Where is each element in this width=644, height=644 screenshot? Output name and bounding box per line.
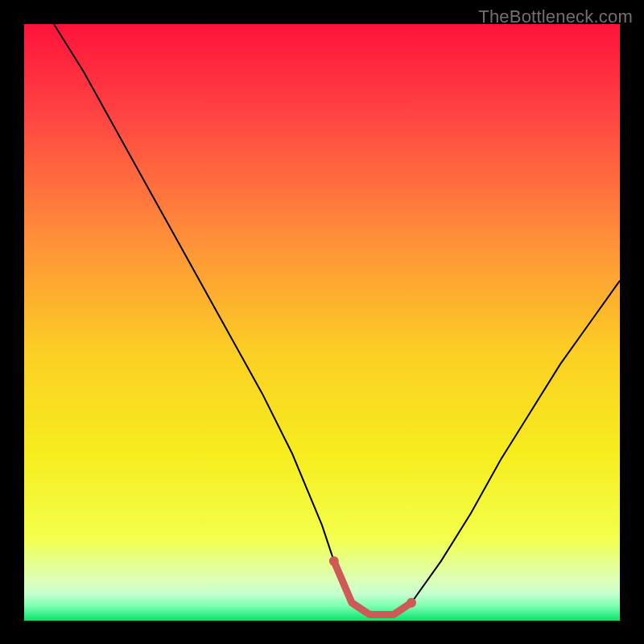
highlight-dot-right xyxy=(407,598,416,608)
chart-frame: TheBottleneck.com xyxy=(0,0,644,644)
plot-background xyxy=(24,24,620,621)
watermark-text: TheBottleneck.com xyxy=(478,6,633,27)
bottleneck-plot xyxy=(0,0,644,644)
highlight-dot-left xyxy=(329,556,339,566)
